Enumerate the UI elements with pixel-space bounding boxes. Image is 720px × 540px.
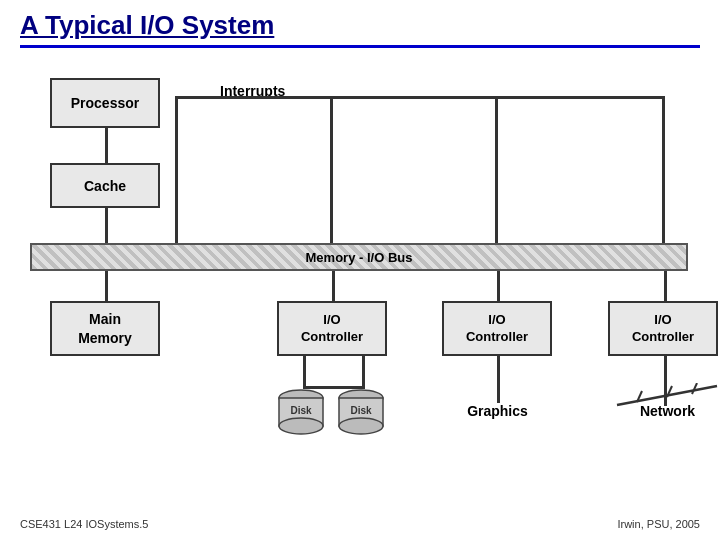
svg-text:Disk: Disk [350, 405, 372, 416]
io-controller-1: I/OController [277, 301, 387, 356]
svg-point-6 [339, 418, 383, 434]
interrupts-vert-3 [495, 96, 498, 251]
bus-to-main-memory [105, 271, 108, 301]
svg-point-2 [279, 418, 323, 434]
svg-text:Disk: Disk [290, 405, 312, 416]
interrupts-vert-2 [330, 96, 333, 251]
cache-box: Cache [50, 163, 160, 208]
processor-box: Processor [50, 78, 160, 128]
io-controller-2: I/OController [442, 301, 552, 356]
graphics-label: Graphics [440, 403, 555, 419]
svg-line-11 [692, 383, 697, 394]
title-section: A Typical I/O System [20, 10, 700, 48]
diagram: Processor Interrupts Cache Memory - I/O … [20, 68, 700, 518]
bus-to-io2 [497, 271, 500, 301]
network-label: Network [610, 403, 720, 419]
io-controller-3: I/OController [608, 301, 718, 356]
page-title: A Typical I/O System [20, 10, 274, 40]
cache-bus-connector [105, 208, 108, 243]
io2-line [497, 356, 500, 403]
interrupts-bus-line [175, 96, 665, 99]
main-memory-box: MainMemory [50, 301, 160, 356]
disk-1: Disk [275, 386, 327, 438]
footer-right: Irwin, PSU, 2005 [617, 518, 700, 530]
bus-to-io3 [664, 271, 667, 301]
interrupts-vert-4 [662, 96, 665, 251]
proc-cache-connector [105, 128, 108, 163]
bus-to-io1 [332, 271, 335, 301]
interrupts-vert-1 [175, 96, 178, 251]
io1-line-right [362, 356, 365, 386]
disk-2: Disk [335, 386, 387, 438]
io1-line-left [303, 356, 306, 386]
footer: CSE431 L24 IOSystems.5 Irwin, PSU, 2005 [20, 518, 700, 530]
page: A Typical I/O System Processor Interrupt… [0, 0, 720, 540]
footer-left: CSE431 L24 IOSystems.5 [20, 518, 148, 530]
memory-io-bus: Memory - I/O Bus [30, 243, 688, 271]
